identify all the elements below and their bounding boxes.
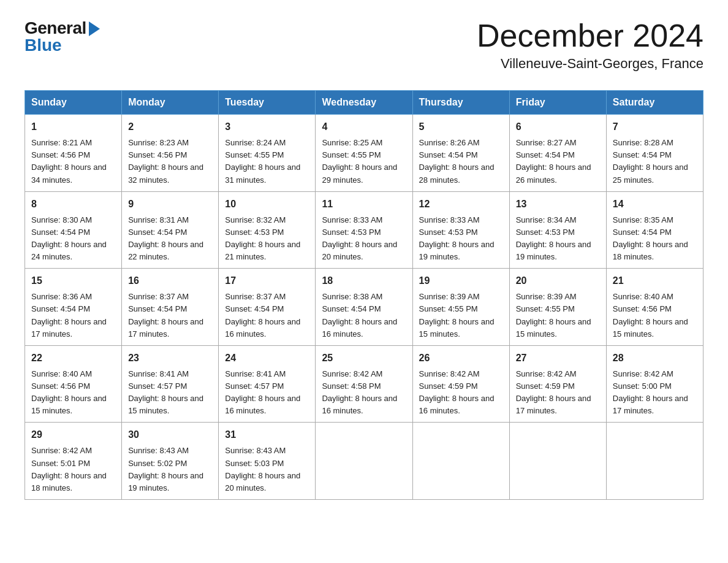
calendar-week-row: 22 Sunrise: 8:40 AM Sunset: 4:56 PM Dayl… <box>25 345 703 423</box>
day-number: 15 <box>31 274 115 288</box>
sunset-info: Sunset: 5:01 PM <box>31 458 115 470</box>
sunrise-info: Sunrise: 8:31 AM <box>128 214 212 226</box>
table-row: 16 Sunrise: 8:37 AM Sunset: 4:54 PM Dayl… <box>122 269 219 346</box>
daylight-info: Daylight: 8 hours and 16 minutes. <box>419 393 503 417</box>
sunrise-info: Sunrise: 8:40 AM <box>613 291 697 303</box>
sunset-info: Sunset: 4:56 PM <box>128 149 212 161</box>
table-row <box>509 423 606 500</box>
logo-blue-text: Blue <box>25 36 62 55</box>
calendar-week-row: 29 Sunrise: 8:42 AM Sunset: 5:01 PM Dayl… <box>25 423 703 500</box>
day-number: 23 <box>128 351 212 366</box>
sunrise-info: Sunrise: 8:23 AM <box>128 137 212 149</box>
sunset-info: Sunset: 4:58 PM <box>322 380 406 393</box>
day-number: 17 <box>225 274 309 288</box>
month-title: December 2024 <box>477 18 703 53</box>
table-row <box>412 423 509 500</box>
table-row: 27 Sunrise: 8:42 AM Sunset: 4:59 PM Dayl… <box>509 345 606 423</box>
table-row: 11 Sunrise: 8:33 AM Sunset: 4:53 PM Dayl… <box>316 191 412 269</box>
table-row: 2 Sunrise: 8:23 AM Sunset: 4:56 PM Dayli… <box>122 115 219 192</box>
calendar-week-row: 15 Sunrise: 8:36 AM Sunset: 4:54 PM Dayl… <box>25 269 703 346</box>
day-number: 18 <box>322 274 406 288</box>
table-row: 29 Sunrise: 8:42 AM Sunset: 5:01 PM Dayl… <box>25 423 122 500</box>
day-number: 26 <box>419 351 503 366</box>
sunset-info: Sunset: 4:55 PM <box>225 149 309 161</box>
sunrise-info: Sunrise: 8:33 AM <box>419 214 503 226</box>
sunset-info: Sunset: 5:00 PM <box>613 380 697 393</box>
daylight-info: Daylight: 8 hours and 20 minutes. <box>225 470 309 494</box>
day-number: 13 <box>516 197 600 212</box>
col-tuesday: Tuesday <box>219 91 316 115</box>
sunset-info: Sunset: 4:54 PM <box>31 303 115 315</box>
sunset-info: Sunset: 4:56 PM <box>613 303 697 315</box>
sunrise-info: Sunrise: 8:42 AM <box>31 445 115 457</box>
daylight-info: Daylight: 8 hours and 16 minutes. <box>322 393 406 417</box>
table-row: 17 Sunrise: 8:37 AM Sunset: 4:54 PM Dayl… <box>219 269 316 346</box>
sunrise-info: Sunrise: 8:42 AM <box>419 368 503 380</box>
daylight-info: Daylight: 8 hours and 28 minutes. <box>419 161 503 186</box>
day-number: 21 <box>613 274 697 288</box>
table-row: 4 Sunrise: 8:25 AM Sunset: 4:55 PM Dayli… <box>316 115 412 192</box>
table-row: 9 Sunrise: 8:31 AM Sunset: 4:54 PM Dayli… <box>122 191 219 269</box>
day-number: 30 <box>128 427 212 442</box>
daylight-info: Daylight: 8 hours and 29 minutes. <box>322 161 406 186</box>
sunset-info: Sunset: 4:53 PM <box>419 226 503 239</box>
sunrise-info: Sunrise: 8:24 AM <box>225 137 309 149</box>
sunset-info: Sunset: 4:54 PM <box>419 149 503 161</box>
calendar-week-row: 8 Sunrise: 8:30 AM Sunset: 4:54 PM Dayli… <box>25 191 703 269</box>
col-thursday: Thursday <box>412 91 509 115</box>
day-number: 22 <box>31 351 115 366</box>
day-number: 27 <box>516 351 600 366</box>
col-wednesday: Wednesday <box>316 91 412 115</box>
sunrise-info: Sunrise: 8:42 AM <box>322 368 406 380</box>
sunset-info: Sunset: 4:53 PM <box>225 226 309 239</box>
table-row: 31 Sunrise: 8:43 AM Sunset: 5:03 PM Dayl… <box>219 423 316 500</box>
table-row: 18 Sunrise: 8:38 AM Sunset: 4:54 PM Dayl… <box>316 269 412 346</box>
sunset-info: Sunset: 4:55 PM <box>419 303 503 315</box>
calendar-table: Sunday Monday Tuesday Wednesday Thursday… <box>25 90 703 500</box>
table-row: 1 Sunrise: 8:21 AM Sunset: 4:56 PM Dayli… <box>25 115 122 192</box>
day-number: 7 <box>613 120 697 134</box>
sunrise-info: Sunrise: 8:39 AM <box>516 291 600 303</box>
daylight-info: Daylight: 8 hours and 15 minutes. <box>516 316 600 340</box>
day-number: 11 <box>322 197 406 212</box>
day-number: 2 <box>128 120 212 134</box>
daylight-info: Daylight: 8 hours and 17 minutes. <box>31 316 115 340</box>
title-section: December 2024 Villeneuve-Saint-Georges, … <box>477 18 703 72</box>
sunrise-info: Sunrise: 8:26 AM <box>419 137 503 149</box>
sunrise-info: Sunrise: 8:36 AM <box>31 291 115 303</box>
sunrise-info: Sunrise: 8:34 AM <box>516 214 600 226</box>
sunset-info: Sunset: 4:54 PM <box>322 303 406 315</box>
day-number: 10 <box>225 197 309 212</box>
daylight-info: Daylight: 8 hours and 15 minutes. <box>31 393 115 417</box>
day-number: 14 <box>613 197 697 212</box>
sunrise-info: Sunrise: 8:41 AM <box>225 368 309 380</box>
daylight-info: Daylight: 8 hours and 18 minutes. <box>613 239 697 263</box>
day-number: 5 <box>419 120 503 134</box>
day-number: 20 <box>516 274 600 288</box>
table-row: 5 Sunrise: 8:26 AM Sunset: 4:54 PM Dayli… <box>412 115 509 192</box>
sunrise-info: Sunrise: 8:30 AM <box>31 214 115 226</box>
sunset-info: Sunset: 4:59 PM <box>516 380 600 393</box>
sunset-info: Sunset: 4:59 PM <box>419 380 503 393</box>
sunrise-info: Sunrise: 8:32 AM <box>225 214 309 226</box>
table-row: 25 Sunrise: 8:42 AM Sunset: 4:58 PM Dayl… <box>316 345 412 423</box>
table-row: 30 Sunrise: 8:43 AM Sunset: 5:02 PM Dayl… <box>122 423 219 500</box>
sunset-info: Sunset: 4:54 PM <box>31 226 115 239</box>
daylight-info: Daylight: 8 hours and 20 minutes. <box>322 239 406 263</box>
logo: General Blue <box>25 18 100 55</box>
sunrise-info: Sunrise: 8:35 AM <box>613 214 697 226</box>
sunset-info: Sunset: 4:56 PM <box>31 380 115 393</box>
col-saturday: Saturday <box>606 91 703 115</box>
day-number: 4 <box>322 120 406 134</box>
daylight-info: Daylight: 8 hours and 16 minutes. <box>322 316 406 340</box>
logo-arrow-icon <box>89 21 100 36</box>
sunrise-info: Sunrise: 8:37 AM <box>128 291 212 303</box>
col-sunday: Sunday <box>25 91 122 115</box>
day-number: 16 <box>128 274 212 288</box>
sunset-info: Sunset: 4:55 PM <box>516 303 600 315</box>
daylight-info: Daylight: 8 hours and 15 minutes. <box>613 316 697 340</box>
sunrise-info: Sunrise: 8:41 AM <box>128 368 212 380</box>
sunrise-info: Sunrise: 8:21 AM <box>31 137 115 149</box>
daylight-info: Daylight: 8 hours and 31 minutes. <box>225 161 309 186</box>
day-number: 8 <box>31 197 115 212</box>
